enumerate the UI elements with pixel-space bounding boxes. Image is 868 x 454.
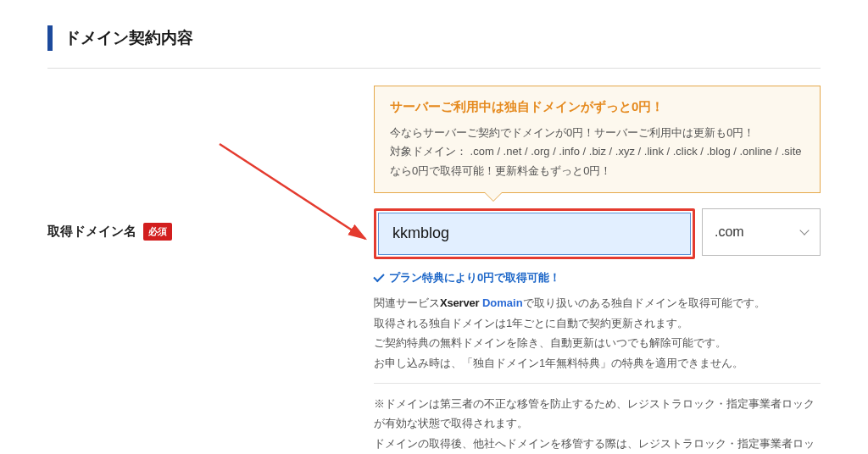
- required-badge: 必須: [143, 223, 172, 241]
- desc1-prefix: 関連サービス: [374, 296, 440, 309]
- promo-title: サーバーご利用中は独自ドメインがずっと0円！: [390, 97, 804, 117]
- check-icon: [373, 271, 384, 282]
- label-column: 取得ドメイン名 必須: [47, 86, 374, 241]
- divider: [47, 68, 821, 69]
- desc1-line2: 取得される独自ドメインは1年ごとに自動で契約更新されます。: [374, 317, 688, 329]
- desc1-line3: ご契約特典の無料ドメインを除き、自動更新はいつでも解除可能です。: [374, 336, 726, 349]
- section-title: ドメイン契約内容: [47, 25, 821, 51]
- promo-line1: 今ならサーバーご契約でドメインが0円！サーバーご利用中は更新も0円！: [390, 126, 754, 139]
- description-separator: [374, 383, 821, 384]
- desc1-suffix: で取り扱いのある独自ドメインを取得可能です。: [523, 296, 765, 309]
- availability-message: プラン特典により0円で取得可能！: [374, 269, 821, 287]
- xserver-brand-text: Xserver: [440, 296, 479, 309]
- availability-text: プラン特典により0円で取得可能！: [389, 269, 560, 287]
- tld-selected-label: .com: [715, 221, 744, 243]
- domain-input-row: .com: [374, 208, 821, 259]
- desc2-line1: ※ドメインは第三者の不正な移管を防止するため、レジストラロック・指定事業者ロック…: [374, 397, 815, 429]
- xserver-domain-text: Domain: [482, 296, 523, 309]
- promo-callout: サーバーご利用中は独自ドメインがずっと0円！ 今ならサーバーご契約でドメインが0…: [374, 86, 821, 192]
- field-label: 取得ドメイン名: [47, 221, 136, 241]
- description-block-2: ※ドメインは第三者の不正な移管を防止するため、レジストラロック・指定事業者ロック…: [374, 394, 821, 454]
- tld-select-wrap: .com: [702, 208, 821, 259]
- desc1-line4: お申し込み時は、「独自ドメイン1年無料特典」の特典を適用できません。: [374, 357, 743, 369]
- promo-body: 今ならサーバーご契約でドメインが0円！サーバーご利用中は更新も0円！ 対象ドメイ…: [390, 124, 804, 180]
- tld-select[interactable]: .com: [702, 208, 821, 256]
- desc2-line2: ドメインの取得後、他社へドメインを移管する際は、レジストラロック・指定事業者ロッ…: [374, 437, 815, 454]
- description-block-1: 関連サービスXserver Domainで取り扱いのある独自ドメインを取得可能で…: [374, 293, 821, 373]
- annotation-arrow-icon: [213, 141, 382, 268]
- domain-input-highlight: [374, 208, 695, 259]
- promo-line2: 対象ドメイン： .com / .net / .org / .info / .bi…: [390, 145, 801, 176]
- domain-form-row: 取得ドメイン名 必須 サーバーご利用中は独自ドメインがずっと0円！ 今ならサーバ…: [47, 79, 821, 454]
- domain-name-input[interactable]: [378, 213, 691, 255]
- content-column: サーバーご利用中は独自ドメインがずっと0円！ 今ならサーバーご契約でドメインが0…: [374, 86, 821, 454]
- chevron-down-icon: [799, 225, 809, 235]
